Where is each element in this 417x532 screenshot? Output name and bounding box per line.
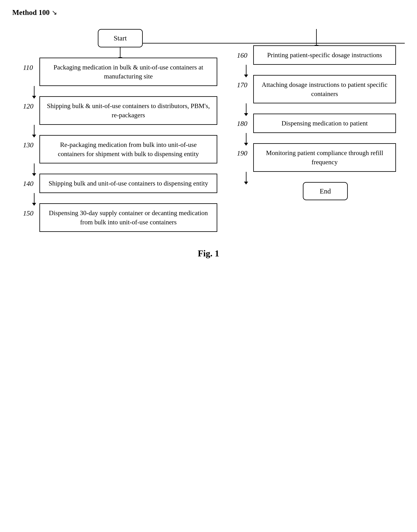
left-column: Start 110 Packaging medication in bulk &… — [12, 29, 228, 232]
step-120-label: 120 — [23, 96, 39, 110]
step-150-wrapper: 150 Dispensing 30-day supply container o… — [23, 203, 217, 232]
arrow-170-to-180 — [246, 103, 247, 114]
arrow-120-to-130 — [34, 125, 34, 135]
step-160-wrapper: 160 Printing patient-specific dosage ins… — [237, 45, 396, 65]
step-110-label: 110 — [23, 58, 39, 72]
step-130-label: 130 — [23, 135, 39, 149]
step-160-content: Printing patient-specific dosage instruc… — [253, 45, 396, 65]
step-160-label: 160 — [237, 45, 253, 59]
step-130-content: Re-packaging medication from bulk into u… — [39, 135, 217, 164]
step-120-wrapper: 120 Shipping bulk & unit-of-use containe… — [23, 96, 217, 125]
arrow-140-to-150 — [34, 193, 34, 203]
method-title-text: Method 100 — [12, 8, 50, 17]
step-190-label: 190 — [237, 143, 253, 157]
step-110-content: Packaging medication in bulk & unit-of-u… — [39, 58, 217, 86]
step-110-box: Packaging medication in bulk & unit-of-u… — [39, 58, 217, 86]
step-120-content: Shipping bulk & unit-of-use containers t… — [39, 96, 217, 125]
step-140-box: Shipping bulk and unit-of-use containers… — [39, 174, 217, 193]
step-170-box: Attaching dosage instructions to patient… — [253, 75, 396, 104]
step-140-wrapper: 140 Shipping bulk and unit-of-use contai… — [23, 174, 217, 193]
title-arrow-icon: ↘ — [52, 9, 57, 16]
arrow-130-to-140 — [34, 163, 34, 174]
step-160-box: Printing patient-specific dosage instruc… — [253, 45, 396, 65]
step-130-wrapper: 130 Re-packaging medication from bulk in… — [23, 135, 217, 164]
arrow-start-to-110 — [120, 47, 120, 58]
step-180-box: Dispensing medication to patient — [253, 114, 396, 133]
step-170-label: 170 — [237, 75, 253, 89]
figure-label: Fig. 1 — [12, 248, 405, 259]
step-110-wrapper: 110 Packaging medication in bulk & unit-… — [23, 58, 217, 86]
arrow-190-to-end — [246, 172, 247, 182]
step-150-box: Dispensing 30-day supply container or de… — [39, 203, 217, 232]
step-140-content: Shipping bulk and unit-of-use containers… — [39, 174, 217, 193]
end-box: End — [303, 182, 348, 201]
right-column: 160 Printing patient-specific dosage ins… — [228, 29, 405, 232]
end-wrapper: End — [246, 182, 405, 201]
arrow-160-to-170 — [246, 65, 247, 75]
step-140-label: 140 — [23, 174, 39, 188]
step-150-content: Dispensing 30-day supply container or de… — [39, 203, 217, 232]
step-170-wrapper: 170 Attaching dosage instructions to pat… — [237, 75, 396, 104]
step-190-content: Monitoring patient compliance through re… — [253, 143, 396, 172]
step-130-box: Re-packaging medication from bulk into u… — [39, 135, 217, 164]
step-170-content: Attaching dosage instructions to patient… — [253, 75, 396, 104]
step-180-content: Dispensing medication to patient — [253, 114, 396, 133]
step-150-label: 150 — [23, 203, 39, 217]
start-box: Start — [98, 29, 143, 47]
arrow-110-to-120 — [34, 86, 34, 96]
step-190-wrapper: 190 Monitoring patient compliance throug… — [237, 143, 396, 172]
arrow-180-to-190 — [246, 133, 247, 143]
step-180-label: 180 — [237, 114, 253, 128]
step-180-wrapper: 180 Dispensing medication to patient — [237, 114, 396, 133]
page-title: Method 100 ↘ — [12, 8, 405, 17]
step-190-box: Monitoring patient compliance through re… — [253, 143, 396, 172]
right-top-vertical — [316, 29, 317, 45]
start-wrapper: Start — [23, 29, 217, 47]
step-120-box: Shipping bulk & unit-of-use containers t… — [39, 96, 217, 125]
